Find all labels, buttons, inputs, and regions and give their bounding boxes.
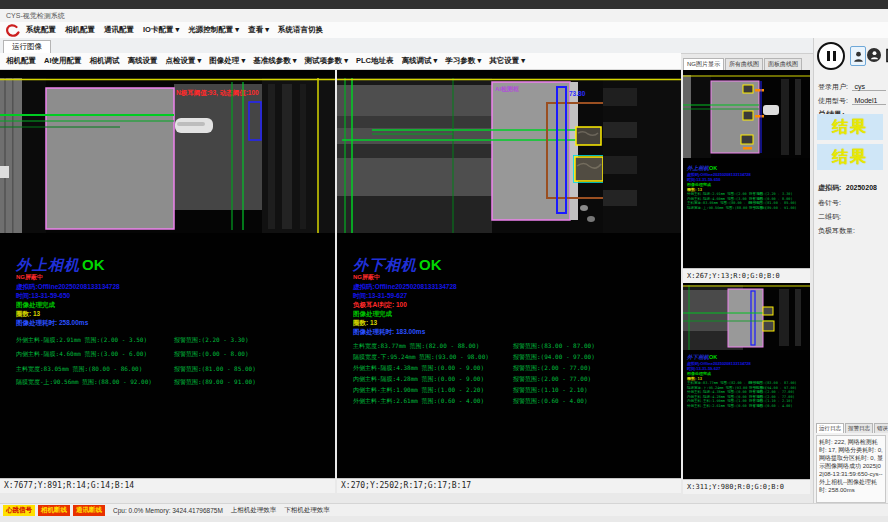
lower-turns-line: 圈数: 13 (353, 319, 377, 328)
lower-measure-row: 主料宽度:83.77mm 范围:(82.00 - 88.00)报警范围:(83.… (353, 342, 479, 351)
lower-process-time-line: 图像处理耗时: 183.00ms (353, 328, 425, 337)
ai-box-label: AI检测框 (495, 85, 519, 93)
tool-spot-check[interactable]: 点检设置 ▾ (166, 56, 202, 66)
upper-measure-row: 主料宽度:83.05mm 范围:(80.00 - 86.00)报警范围:(81.… (16, 365, 142, 374)
tab-ng-images[interactable]: NG图片显示 (683, 58, 724, 70)
pause-button[interactable] (817, 42, 845, 70)
user-dark-icon (870, 50, 879, 60)
preview-lower-minitext: 外下相机OK 虚拟码:Offline20250208133134728 时间:1… (687, 354, 809, 408)
tool-offline-setting[interactable]: 离线设置 (128, 56, 158, 66)
lower-ai-judge-line: 负极耳AI判定: 100 (353, 301, 407, 310)
menu-io-card-config[interactable]: IO卡配置 ▾ (143, 25, 179, 35)
tool-image-process[interactable]: 图像处理 ▾ (209, 56, 245, 66)
tab-alarm-log[interactable]: 报警日志 (845, 423, 873, 433)
pause-icon (827, 51, 830, 61)
upper-measure-row: 内侧主料-隔膜:4.60mm 范围:(3.00 - 6.00)报警范围:(0.0… (16, 350, 147, 359)
tab-strip: 运行图像 (0, 38, 813, 54)
app-window: CYS-视觉检测系统 系统配置 相机配置 通讯配置 IO卡配置 ▾ 光源控制配置… (0, 0, 888, 522)
lower-measure-row: 外侧主料-主料:2.61mm 范围:(0.60 - 4.00)报警范围:(0.6… (353, 397, 484, 406)
tool-camera-debug[interactable]: 相机调试 (90, 56, 120, 66)
tool-other-settings[interactable]: 其它设置 ▾ (489, 56, 525, 66)
menu-camera-config[interactable]: 相机配置 (65, 25, 95, 35)
heartbeat-badge: 心跳信号 (3, 505, 35, 516)
tab-panel-curves[interactable]: 面板曲线图 (764, 58, 802, 70)
upper-barcode-line: 虚拟码:Offline20250208133134728 (16, 283, 120, 292)
threshold-overlay-label: N极耳阈值:93, 动态阈值:100 (176, 89, 259, 97)
lower-camera-panel: AI检测框 73.80 外下相机OK NG屏蔽中 虚拟码:Offline20 (337, 70, 681, 493)
upper-camera-ok-badge: OK (82, 256, 105, 273)
lower-barcode-line: 虚拟码:Offline20250208133134728 (353, 283, 457, 292)
preview-upper-minitext: 外上相机OK 虚拟码:Offline20250208133134728 时间:1… (687, 165, 809, 210)
preview-upper-coordinate-statusbar: X:267;Y:13;R:0;G:0;B:0 (683, 268, 810, 283)
tool-learn-params[interactable]: 学习参数 ▾ (445, 56, 481, 66)
lower-ng-note: NG屏蔽中 (353, 273, 380, 282)
upper-process-done-line: 图像处理完成 (16, 301, 55, 310)
neg-tab-count-row: 负极耳数量: (818, 219, 886, 237)
cpu-memory-status: Cpu: 0.0% Memory: 3424.41796875M (113, 507, 223, 514)
exit-door-icon (885, 48, 888, 63)
preview-image-upper[interactable] (683, 75, 810, 158)
lower-coordinate-statusbar: X:270;Y:2502;R:17;G:17;B:17 (337, 478, 681, 493)
comm-offline-badge: 通讯断线 (73, 505, 105, 516)
upper-ng-note: NG屏蔽中 (16, 273, 43, 282)
lower-measure-row: 外侧主料-隔膜:4.38mm 范围:(0.00 - 9.00)报警范围:(2.0… (353, 364, 484, 373)
upper-measure-row: 外侧主料-隔膜:2.91mm 范围:(2.00 - 3.50)报警范围:(2.2… (16, 336, 147, 345)
bottom-statusbar: 心跳信号 相机断线 通讯断线 Cpu: 0.0% Memory: 3424.41… (0, 503, 888, 516)
tool-baseline-params[interactable]: 基准线参数 ▾ (253, 56, 296, 66)
tool-test-params[interactable]: 测试项参数 ▾ (305, 56, 348, 66)
upper-time-line: 时间:13-31-59-650 (16, 292, 70, 301)
upper-measure-row: 隔膜宽度-上:90.56mm 范围:(88.00 - 92.00)报警范围:(8… (16, 378, 152, 387)
app-logo-icon (5, 24, 20, 37)
menu-light-control-config[interactable]: 光源控制配置 ▾ (188, 25, 239, 35)
blue-measure-value: 73.80 (569, 90, 586, 97)
lower-camera-ok-badge: OK (419, 256, 442, 273)
tab-error-log[interactable]: 错误日志 (874, 423, 888, 433)
tab-run-log[interactable]: 运行日志 (816, 423, 844, 433)
right-sidebar: 登录用户: cys 使用型号: Model1 总结果: 结果 结果 虚拟码: 2… (813, 38, 888, 503)
upper-camera-image[interactable]: N极耳阈值:93, 动态阈值:100 B: 60 (0, 78, 335, 233)
preview-image-lower[interactable] (683, 285, 810, 350)
preview-column: 外上相机OK 虚拟码:Offline20250208133134728 时间:1… (683, 70, 810, 493)
tab-run-image[interactable]: 运行图像 (3, 40, 51, 53)
logout-button[interactable] (884, 47, 888, 63)
menu-comm-config[interactable]: 通讯配置 (104, 25, 134, 35)
virtual-code-value: 20250208 (846, 184, 877, 191)
window-title: CYS-视觉检测系统 (6, 9, 65, 22)
log-output[interactable]: 耗时: 222, 网络检测耗时: 17, 网络分类耗时: 0, 网络提取分区耗时… (816, 435, 886, 503)
lower-camera-image[interactable]: AI检测框 73.80 (337, 78, 681, 233)
operator-button[interactable] (867, 48, 881, 62)
lower-camera-name: 外下相机 (353, 256, 417, 273)
user-icon (853, 50, 864, 63)
film-roi-box (46, 88, 174, 229)
tool-offline-debug[interactable]: 离线调试 ▾ (401, 56, 437, 66)
upper-process-time-line: 图像处理耗时: 258.00ms (16, 319, 88, 328)
login-user-button[interactable] (850, 46, 866, 66)
upper-camera-panel: N极耳阈值:93, 动态阈值:100 B: 60 外上相机OK NG屏蔽中 虚拟… (0, 70, 335, 493)
lower-camera-rate-status: 下相机处理效率 (284, 506, 330, 515)
upper-turns-line: 圈数: 13 (16, 310, 40, 319)
tab-detect-box-1 (576, 127, 601, 145)
camera-offline-badge: 相机断线 (38, 505, 70, 516)
upper-coordinate-statusbar: X:7677;Y:891;R:14;G:14;B:14 (0, 478, 335, 493)
preview-lower-coordinate-statusbar: X:311;Y:980;R:0;G:0;B:0 (683, 479, 810, 494)
menu-view[interactable]: 查看 ▾ (248, 25, 269, 35)
tab-all-curves[interactable]: 所有曲线图 (725, 58, 763, 70)
lower-measure-row: 内侧主料-主料:1.90mm 范围:(1.00 - 2.20)报警范围:(1.1… (353, 386, 484, 395)
log-tab-strip: 运行日志 报警日志 错误日志 (816, 423, 886, 433)
menu-bar: 系统配置 相机配置 通讯配置 IO卡配置 ▾ 光源控制配置 ▾ 查看 ▾ 系统语… (0, 22, 888, 39)
preview-tab-strip: NG图片显示 所有曲线图 面板曲线图 (683, 55, 810, 70)
window-titlebar: CYS-视觉检测系统 (0, 9, 888, 23)
result-box-lower: 结果 (817, 144, 883, 170)
upper-camera-name: 外上相机 (16, 256, 80, 273)
lower-measure-row: 隔膜宽度-下:95.24mm 范围:(93.00 - 98.00)报警范围:(9… (353, 353, 489, 362)
menu-language-switch[interactable]: 系统语言切换 (278, 25, 323, 35)
tool-ai-use-config[interactable]: AI使用配置 (44, 56, 82, 66)
result-box-upper: 结果 (817, 114, 883, 140)
lower-time-line: 时间:13-31-59-627 (353, 292, 407, 301)
tool-bar: 相机配置 AI使用配置 相机调试 离线设置 点检设置 ▾ 图像处理 ▾ 基准线参… (0, 53, 681, 70)
menu-system-config[interactable]: 系统配置 (26, 25, 56, 35)
tool-plc-address[interactable]: PLC地址表 (356, 56, 394, 66)
window-top-strip (0, 0, 888, 9)
tool-camera-config[interactable]: 相机配置 (6, 56, 36, 66)
upper-camera-rate-status: 上相机处理效率 (231, 506, 277, 515)
